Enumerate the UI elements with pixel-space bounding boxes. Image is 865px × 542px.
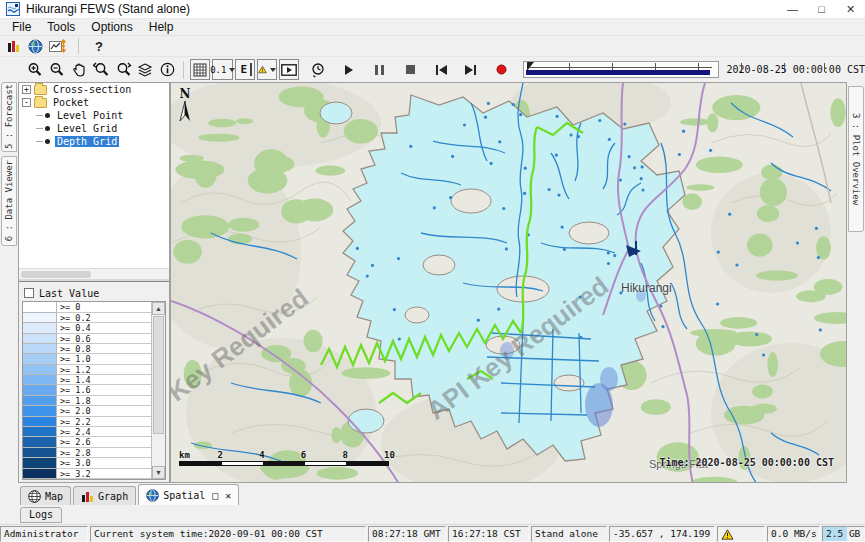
left-panel: +Cross-section-PocketLevel PointLevel Gr… bbox=[18, 82, 170, 483]
animation-button[interactable] bbox=[279, 59, 299, 80]
legend-row[interactable]: >= 1.6 bbox=[23, 385, 151, 395]
zoom-previous-icon[interactable] bbox=[91, 60, 111, 80]
play-button[interactable] bbox=[339, 60, 359, 80]
step-back-button[interactable] bbox=[432, 60, 452, 80]
scroll-up-icon[interactable]: ▲ bbox=[152, 302, 165, 315]
status-warning-icon[interactable] bbox=[721, 529, 734, 540]
timeline-slider[interactable] bbox=[523, 61, 719, 78]
folder-icon bbox=[34, 85, 47, 95]
legend-row[interactable]: >= 0 bbox=[23, 302, 151, 312]
status-user: Administrator bbox=[0, 526, 88, 542]
help-icon[interactable]: ? bbox=[91, 39, 107, 54]
menu-file[interactable]: File bbox=[4, 19, 39, 35]
tree-item-label[interactable]: Pocket bbox=[51, 97, 91, 108]
map-view[interactable]: N API Key Required API Key Required Hiku… bbox=[170, 82, 847, 483]
class-interval-dropdown[interactable]: 0.1 bbox=[212, 59, 233, 80]
legend-row[interactable]: >= 0.4 bbox=[23, 323, 151, 333]
legend-swatch bbox=[23, 417, 57, 427]
tab-plot-overview[interactable]: 3 : Plot Overview bbox=[848, 86, 864, 232]
legend-row[interactable]: >= 1.2 bbox=[23, 365, 151, 375]
main-area: 5 : Forecast 6 : Data Viewer +Cross-sect… bbox=[0, 82, 865, 483]
pan-icon[interactable] bbox=[69, 60, 89, 80]
elevation-button[interactable]: E bbox=[235, 59, 255, 80]
legend-row[interactable]: >= 2.0 bbox=[23, 406, 151, 416]
step-forward-button[interactable] bbox=[461, 60, 481, 80]
tree-item[interactable]: Depth Grid bbox=[19, 135, 169, 148]
legend-scroll-thumb[interactable] bbox=[153, 316, 164, 433]
tree-item-label[interactable]: Cross-section bbox=[51, 84, 133, 95]
legend-row[interactable]: >= 2.8 bbox=[23, 448, 151, 458]
legend-row[interactable]: >= 0.6 bbox=[23, 334, 151, 344]
legend-row[interactable]: >= 2.2 bbox=[23, 417, 151, 427]
legend-swatch bbox=[23, 448, 57, 458]
tab-close-icon[interactable]: ✕ bbox=[225, 490, 231, 501]
scroll-down-icon[interactable]: ▼ bbox=[152, 466, 165, 479]
zoom-next-icon[interactable] bbox=[113, 60, 133, 80]
legend-scrollbar[interactable]: ▲ ▼ bbox=[151, 302, 165, 479]
tree-item[interactable]: Level Grid bbox=[19, 122, 169, 135]
database-explorer-icon[interactable] bbox=[6, 39, 22, 54]
timeline-datetime-label: 2020-08-25 00:00:00 CST bbox=[727, 64, 865, 75]
menu-tools[interactable]: Tools bbox=[39, 19, 83, 35]
stop-button[interactable] bbox=[401, 60, 421, 80]
logs-button[interactable]: Logs bbox=[20, 507, 62, 523]
tab-restore-icon[interactable]: □ bbox=[212, 490, 218, 501]
menu-options[interactable]: Options bbox=[83, 19, 140, 35]
tab-forecast[interactable]: 5 : Forecast bbox=[1, 82, 17, 152]
right-tab-strip: 3 : Plot Overview bbox=[847, 82, 865, 483]
tab-spatial[interactable]: Spatial □ ✕ bbox=[138, 484, 239, 505]
tree-item-label[interactable]: Level Point bbox=[55, 110, 125, 121]
info-icon[interactable] bbox=[157, 60, 177, 80]
grid-toggle-button[interactable] bbox=[190, 59, 210, 80]
pause-button[interactable] bbox=[370, 60, 390, 80]
legend-swatch bbox=[23, 365, 57, 375]
zoom-in-icon[interactable] bbox=[25, 60, 45, 80]
legend-row[interactable]: >= 0.2 bbox=[23, 313, 151, 323]
legend-row[interactable]: >= 1.8 bbox=[23, 396, 151, 406]
app-window: { "window": { "title": "Hikurangi FEWS (… bbox=[0, 0, 865, 542]
legend-row[interactable]: >= 2.6 bbox=[23, 437, 151, 447]
legend-row[interactable]: >= 1.4 bbox=[23, 375, 151, 385]
legend-list: >= 0>= 0.2>= 0.4>= 0.6>= 0.8>= 1.0>= 1.2… bbox=[23, 302, 151, 479]
maximize-button[interactable]: □ bbox=[807, 0, 836, 18]
legend-row-label: >= 1.0 bbox=[57, 354, 151, 364]
tab-data-viewer[interactable]: 6 : Data Viewer bbox=[1, 156, 17, 246]
legend-swatch bbox=[23, 334, 57, 344]
zoom-out-icon[interactable] bbox=[47, 60, 67, 80]
close-button[interactable]: ✕ bbox=[836, 0, 865, 18]
legend-row[interactable]: >= 0.8 bbox=[23, 344, 151, 354]
tree-item-label[interactable]: Depth Grid bbox=[55, 136, 119, 147]
globe-icon[interactable] bbox=[28, 39, 43, 54]
tree-item[interactable]: -Pocket bbox=[19, 96, 169, 109]
tab-map[interactable]: Map bbox=[20, 486, 71, 505]
legend-row[interactable]: >= 2.4 bbox=[23, 427, 151, 437]
legend-row[interactable]: >= 3.2 bbox=[23, 469, 151, 479]
app-logo-icon bbox=[6, 2, 20, 16]
legend-row-label: >= 1.6 bbox=[57, 385, 151, 395]
tree-hscrollbar[interactable] bbox=[19, 268, 169, 279]
menu-help[interactable]: Help bbox=[141, 19, 182, 35]
time-settings-icon[interactable] bbox=[308, 60, 328, 80]
legend-swatch bbox=[23, 385, 57, 395]
status-bar: Administrator Current system time:2020-0… bbox=[0, 525, 865, 542]
layers-icon[interactable] bbox=[135, 60, 155, 80]
last-value-checkbox[interactable] bbox=[24, 288, 34, 298]
tab-graph[interactable]: Graph bbox=[73, 486, 136, 505]
legend-scroll-track[interactable] bbox=[152, 315, 165, 466]
tree-item[interactable]: Level Point bbox=[19, 109, 169, 122]
record-button[interactable] bbox=[492, 60, 512, 80]
tree-item-label[interactable]: Level Grid bbox=[55, 123, 119, 134]
tree-expander-icon[interactable]: + bbox=[22, 85, 31, 94]
tree-item[interactable]: +Cross-section bbox=[19, 83, 169, 96]
tree-hscroll-thumb[interactable] bbox=[21, 271, 91, 278]
legend-row[interactable]: >= 1.0 bbox=[23, 354, 151, 364]
tree-expander-icon[interactable]: - bbox=[22, 98, 31, 107]
tab-plot-overview-label: 3 : Plot Overview bbox=[851, 113, 861, 205]
minimize-button[interactable]: — bbox=[778, 0, 807, 18]
layer-bullet-icon bbox=[45, 139, 50, 144]
warning-threshold-dropdown[interactable] bbox=[257, 59, 277, 80]
legend-row[interactable]: >= 3.0 bbox=[23, 458, 151, 468]
layers-tree[interactable]: +Cross-section-PocketLevel PointLevel Gr… bbox=[19, 83, 169, 281]
warning-triangle-icon bbox=[258, 63, 267, 76]
chart-display-icon[interactable] bbox=[49, 39, 66, 54]
